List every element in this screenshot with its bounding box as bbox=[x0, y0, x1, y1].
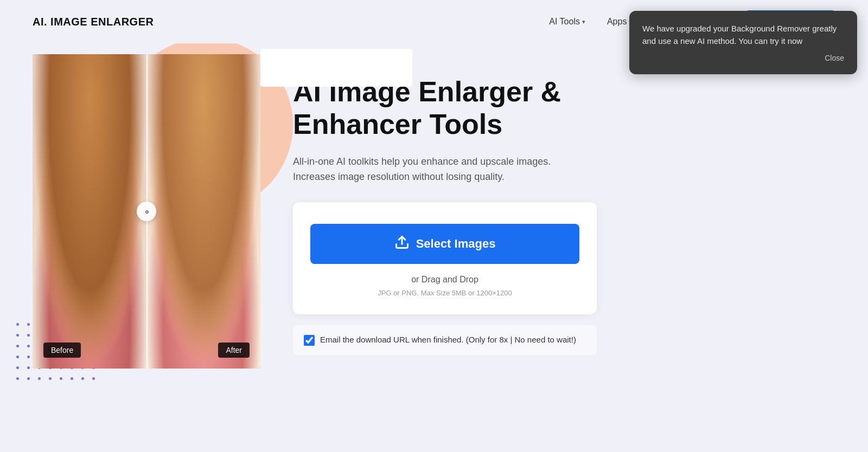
dot bbox=[27, 356, 30, 358]
main-content: ‹› Before After AI Image Enlarger & Enha… bbox=[0, 43, 868, 369]
top-bar-decoration bbox=[260, 49, 412, 87]
before-image bbox=[33, 54, 146, 369]
dot bbox=[27, 345, 30, 347]
dot bbox=[27, 366, 30, 369]
toast-close-area: Close bbox=[642, 54, 844, 62]
before-label: Before bbox=[43, 343, 81, 358]
person-after-photo bbox=[146, 54, 260, 369]
comparison-box[interactable]: ‹› Before After bbox=[33, 54, 260, 369]
dot bbox=[71, 377, 73, 380]
select-images-button[interactable]: Select Images bbox=[310, 224, 579, 264]
dot bbox=[16, 323, 19, 326]
toast-notification: We have upgraded your Background Remover… bbox=[629, 11, 857, 74]
chevron-down-icon: ▾ bbox=[582, 18, 585, 25]
after-label: After bbox=[218, 343, 250, 358]
email-row: Email the download URL when finished. (O… bbox=[293, 325, 597, 355]
dot bbox=[27, 323, 30, 326]
arrows-icon: ‹› bbox=[145, 207, 148, 216]
dot bbox=[92, 377, 95, 380]
dot bbox=[16, 377, 19, 380]
after-image bbox=[146, 54, 260, 369]
dot bbox=[27, 377, 30, 380]
dot bbox=[16, 345, 19, 347]
toast-message: We have upgraded your Background Remover… bbox=[642, 23, 844, 47]
dot bbox=[27, 334, 30, 337]
brand-logo: AI. IMAGE ENLARGER bbox=[33, 16, 154, 28]
upload-box: Select Images or Drag and Drop JPG or PN… bbox=[293, 202, 597, 314]
dot bbox=[60, 377, 62, 380]
comparison-handle[interactable]: ‹› bbox=[137, 202, 156, 221]
upload-icon bbox=[394, 235, 410, 253]
dot bbox=[49, 377, 52, 380]
nav-ai-tools[interactable]: AI Tools ▾ bbox=[540, 12, 594, 31]
email-row-text: Email the download URL when finished. (O… bbox=[320, 334, 576, 346]
dot bbox=[38, 377, 41, 380]
hero-subtext: All-in-one AI toolkits help you enhance … bbox=[293, 154, 597, 185]
dot bbox=[16, 356, 19, 358]
dot bbox=[16, 334, 19, 337]
hero-content: AI Image Enlarger & Enhancer Tools All-i… bbox=[293, 54, 597, 355]
dot bbox=[16, 366, 19, 369]
dot bbox=[81, 377, 84, 380]
email-checkbox[interactable] bbox=[304, 335, 315, 346]
file-info-text: JPG or PNG. Max Size 5MB or 1200×1200 bbox=[310, 289, 579, 297]
drag-drop-text: or Drag and Drop bbox=[310, 275, 579, 285]
image-comparison-section: ‹› Before After bbox=[33, 54, 260, 369]
person-before-photo bbox=[33, 54, 146, 369]
toast-close-button[interactable]: Close bbox=[825, 54, 844, 62]
